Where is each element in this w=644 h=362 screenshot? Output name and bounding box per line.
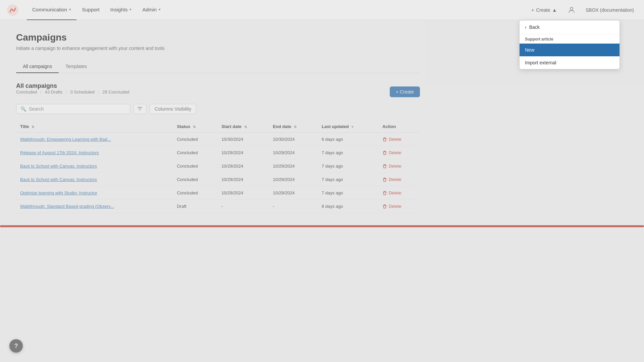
dropdown-item-new[interactable]: New xyxy=(520,44,620,56)
dropdown-section-label: Support article xyxy=(520,34,620,44)
dropdown-item-import-external[interactable]: Import external xyxy=(520,56,620,69)
create-dropdown-menu: ‹ Back Support article New Import extern… xyxy=(519,20,620,69)
back-chevron-icon: ‹ xyxy=(525,24,527,30)
dropdown-back-button[interactable]: ‹ Back xyxy=(520,20,620,34)
